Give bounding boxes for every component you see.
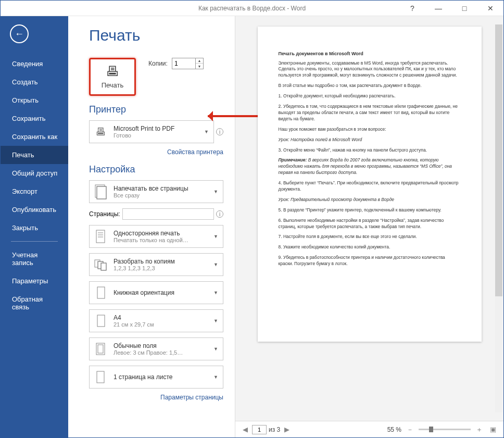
printer-name: Microsoft Print to PDF (114, 125, 200, 132)
printer-info-icon[interactable]: i (216, 128, 223, 135)
copies-label: Копии: (148, 60, 168, 67)
pages-info-icon[interactable]: i (216, 210, 223, 218)
body: ← Сведения Создать Открыть Сохранить Сох… (1, 16, 503, 437)
print-range-sub: Все сразу (114, 192, 209, 198)
doc-para: Наш урок поможет вам разобраться в этом … (279, 127, 461, 133)
one-side-icon (92, 228, 109, 245)
chevron-down-icon: ▼ (213, 318, 221, 323)
current-page-input[interactable] (252, 425, 267, 434)
sides-dropdown[interactable]: Односторонняя печать Печатать только на … (89, 225, 223, 248)
doc-para: 7. Настройте поля в документе, если вы в… (279, 234, 461, 240)
collate-main: Разобрать по копиям (114, 258, 209, 265)
nav-close[interactable]: Закрыть (1, 219, 68, 237)
margins-sub: Левое: 3 см Правое: 1,5… (114, 349, 209, 356)
zoom-controls: 55 % － ＋ ▣ (387, 425, 498, 434)
doc-para: 3. Откройте меню “Файл”, нажав на кнопку… (279, 147, 461, 154)
nav-feedback[interactable]: Обратная связь (1, 290, 68, 316)
svg-rect-13 (97, 315, 105, 327)
document-title: Как распечатать в Ворде.docx - Word (198, 5, 306, 12)
copies-up[interactable]: ▲ (196, 58, 203, 64)
close-button[interactable]: ✕ (484, 4, 497, 12)
nav-open[interactable]: Открыть (1, 91, 68, 109)
zoom-thumb[interactable] (429, 427, 433, 432)
copies-spinner: ▲ ▼ (195, 58, 203, 69)
chevron-down-icon: ▼ (213, 290, 221, 295)
settings-section-title: Настройка (89, 164, 223, 175)
nav-account[interactable]: Учетная запись (1, 246, 68, 272)
doc-para: В этой статье мы подробно о том, как рас… (279, 83, 461, 89)
margins-main: Обычные поля (114, 342, 209, 349)
chevron-down-icon: ▼ (213, 374, 221, 380)
copies-input-wrap: ▲ ▼ (172, 58, 204, 69)
preview-scrollbar[interactable] (495, 24, 502, 412)
nav-info[interactable]: Сведения (1, 55, 68, 73)
next-page-button[interactable]: ▶ (282, 426, 292, 433)
collate-dropdown[interactable]: Разобрать по копиям 1,2,3 1,2,3 1,2,3 ▼ (89, 253, 223, 276)
printer-icon: 🖶 (106, 65, 119, 78)
svg-rect-3 (96, 230, 105, 243)
print-button-label: Печать (102, 81, 124, 89)
nav-share[interactable]: Общий доступ (1, 164, 68, 182)
nav-list: Сведения Создать Открыть Сохранить Сохра… (1, 55, 68, 316)
nav-publish[interactable]: Опубликовать (1, 201, 68, 219)
preview-viewport: Печать документов в Microsoft Word Элект… (235, 16, 503, 421)
scrollbar-thumb[interactable] (495, 24, 502, 296)
note-label: Примечание: (279, 157, 307, 162)
orientation-main: Книжная ориентация (114, 289, 209, 296)
copies-down[interactable]: ▼ (196, 64, 203, 69)
help-button[interactable]: ? (406, 4, 419, 12)
pages-label: Страницы: (89, 210, 120, 218)
one-per-sheet-icon (92, 368, 109, 386)
chevron-down-icon: ▼ (213, 346, 221, 352)
copies-input[interactable] (172, 58, 195, 69)
doc-heading: Печать документов в Microsoft Word (279, 51, 461, 57)
zoom-slider[interactable] (419, 429, 471, 430)
nav-print[interactable]: Печать (1, 146, 68, 164)
pages-row: Страницы: i (89, 208, 223, 220)
doc-para: 8. Укажите необходимое количество копий … (279, 244, 461, 251)
svg-rect-12 (97, 287, 105, 298)
margins-dropdown[interactable]: Обычные поля Левое: 3 см Правое: 1,5… ▼ (89, 337, 223, 360)
prev-page-button[interactable]: ◀ (241, 426, 250, 433)
nav-options[interactable]: Параметры (1, 272, 68, 290)
svg-rect-1 (97, 186, 106, 199)
pages-per-sheet-dropdown[interactable]: 1 страница на листе ▼ (89, 366, 223, 389)
back-arrow-icon: ← (15, 29, 24, 40)
page-total: из 3 (269, 426, 280, 433)
print-range-main: Напечатать все страницы (114, 185, 209, 192)
chevron-down-icon: ▼ (213, 234, 221, 239)
chevron-down-icon: ▼ (213, 189, 221, 194)
nav-save[interactable]: Сохранить (1, 109, 68, 128)
orientation-dropdown[interactable]: Книжная ориентация ▼ (89, 281, 223, 304)
sides-sub: Печатать только на одной… (114, 237, 209, 243)
doc-para: 5. В разделе “Принтер” укажите принтер, … (279, 207, 461, 214)
printer-dropdown[interactable]: 🖶 Microsoft Print to PDF Готово ▼ (89, 120, 214, 143)
sides-main: Односторонняя печать (114, 230, 209, 237)
settings-pane: Печать 🖶 Печать Копии: ▲ ▼ (68, 16, 235, 437)
backstage-sidebar: ← Сведения Создать Открыть Сохранить Сох… (1, 16, 68, 437)
printer-properties-link[interactable]: Свойства принтера (89, 148, 223, 156)
printer-status-icon: 🖶 (92, 123, 109, 141)
paper-size-icon (92, 312, 109, 330)
chevron-down-icon: ▼ (204, 129, 211, 134)
doc-para: 9. Убедитесь в работоспособности принтер… (279, 255, 461, 267)
zoom-out-button[interactable]: － (405, 425, 415, 434)
doc-note: Примечание: В версиях Ворда до 2007 года… (279, 157, 461, 176)
back-button[interactable]: ← (10, 24, 29, 43)
nav-new[interactable]: Создать (1, 73, 68, 91)
zoom-in-button[interactable]: ＋ (474, 425, 485, 434)
printer-section-title: Принтер (89, 104, 223, 115)
portrait-icon (92, 284, 109, 302)
page-setup-link[interactable]: Параметры страницы (89, 394, 223, 401)
minimize-button[interactable]: — (432, 4, 445, 12)
maximize-button[interactable]: □ (458, 4, 471, 12)
doc-lesson: Урок: Предварительный просмотр документа… (279, 197, 461, 203)
print-button[interactable]: 🖶 Печать (89, 58, 136, 96)
collate-icon (92, 256, 109, 273)
pages-input[interactable] (122, 208, 214, 220)
nav-save-as[interactable]: Сохранить как (1, 128, 68, 146)
nav-export[interactable]: Экспорт (1, 182, 68, 201)
fit-page-button[interactable]: ▣ (488, 426, 498, 433)
paper-size-dropdown[interactable]: A4 21 см x 29,7 см ▼ (89, 309, 223, 332)
print-range-dropdown[interactable]: Напечатать все страницы Все сразу ▼ (89, 180, 223, 203)
